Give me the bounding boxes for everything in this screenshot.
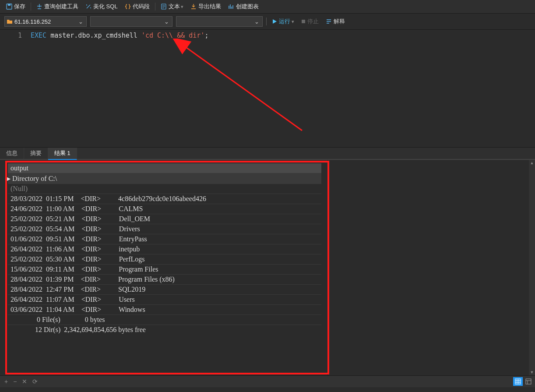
sql-identifier: master.dbo.xp_cmdshell	[46, 32, 141, 39]
result-row[interactable]: 25/02/2022 05:30 AM <DIR> PerfLogs	[8, 254, 321, 264]
result-row[interactable]: 12 Dir(s) 2,342,694,854,656 bytes free	[8, 325, 321, 335]
text-button[interactable]: 文本 ▾	[157, 0, 187, 13]
refresh-button[interactable]: ⟳	[32, 378, 38, 385]
separator	[155, 3, 155, 11]
result-row[interactable]: 26/04/2022 11:07 AM <DIR> Users	[8, 294, 321, 304]
grid-view-button[interactable]	[513, 377, 523, 386]
chart-label: 创建图表	[236, 3, 259, 11]
cancel-button[interactable]: ✕	[22, 378, 27, 385]
stop-label: 停止	[307, 18, 319, 25]
result-row[interactable]: 03/06/2022 11:04 AM <DIR> Windows	[8, 304, 321, 314]
explain-button[interactable]: 解释	[324, 18, 347, 25]
results-side-panel	[327, 160, 535, 375]
export-button[interactable]: 导出结果	[187, 0, 225, 13]
remove-row-button[interactable]: −	[13, 378, 17, 385]
beautify-label: 美化 SQL	[93, 3, 118, 11]
tab-result-1[interactable]: 结果 1	[48, 148, 77, 160]
cell-output: Directory of C:\	[11, 175, 57, 182]
tab-summary[interactable]: 摘要	[24, 148, 48, 159]
database-dropdown[interactable]: ⌄	[90, 16, 172, 27]
column-header-output[interactable]: output	[8, 163, 321, 173]
play-icon	[272, 19, 277, 24]
grid-icon	[515, 378, 521, 385]
result-row[interactable]: (Null)	[8, 184, 321, 194]
results-pane: output ▶ Directory of C:\(Null)28/03/202…	[0, 160, 535, 375]
cell-output: 15/06/2022 09:11 AM <DIR> Program Files	[11, 265, 158, 273]
cell-output: 25/02/2022 05:21 AM <DIR> Dell_OEM	[11, 215, 150, 222]
svg-rect-5	[515, 379, 521, 384]
cell-output: 25/02/2022 05:30 AM <DIR> PerfLogs	[11, 255, 145, 263]
cell-output: 03/06/2022 11:04 AM <DIR> Windows	[11, 306, 145, 313]
result-row[interactable]: 26/04/2022 11:06 AM <DIR> inetpub	[8, 244, 321, 254]
cell-output: 0 File(s) 0 bytes	[11, 316, 105, 323]
chevron-down-icon: ▾	[181, 4, 183, 10]
svg-rect-1	[8, 4, 11, 6]
run-button[interactable]: 运行 ▾	[270, 18, 296, 25]
result-row[interactable]: 25/02/2022 05:54 AM <DIR> Drivers	[8, 224, 321, 234]
query-builder-label: 查询创建工具	[44, 3, 78, 11]
cell-output: (Null)	[11, 185, 28, 192]
results-grid-container: output ▶ Directory of C:\(Null)28/03/202…	[0, 160, 327, 375]
connection-toolbar: 61.16.116.252 ⌄ ⌄ ⌄ 运行 ▾ 停止 解释	[0, 14, 535, 30]
status-bar: + − ✕ ⟳	[0, 375, 535, 387]
sql-string: 'cd C:\\ && dir'	[141, 32, 205, 39]
cell-output: 28/04/2022 12:47 PM <DIR> SQL2019	[11, 286, 145, 293]
result-tabs: 信息 摘要 结果 1	[0, 148, 535, 160]
wand-icon	[85, 4, 92, 10]
chart-icon	[228, 4, 234, 10]
tab-info[interactable]: 信息	[0, 148, 24, 159]
cell-output: 12 Dir(s) 2,342,694,854,656 bytes free	[11, 326, 146, 333]
svg-rect-6	[526, 379, 531, 384]
run-label: 运行	[279, 18, 290, 25]
cell-output: 26/04/2022 11:07 AM <DIR> Users	[11, 296, 135, 303]
document-icon	[161, 4, 167, 10]
snippets-button[interactable]: 代码段	[121, 0, 153, 13]
query-builder-button[interactable]: 查询创建工具	[33, 0, 82, 13]
result-row[interactable]: 28/04/2022 12:47 PM <DIR> SQL2019	[8, 284, 321, 294]
chart-button[interactable]: 创建图表	[225, 0, 262, 13]
result-row[interactable]: ▶ Directory of C:\	[8, 173, 321, 184]
connection-dropdown[interactable]: 61.16.116.252 ⌄	[4, 16, 87, 27]
main-toolbar: 保存 查询创建工具 美化 SQL 代码段 文本 ▾ 导出结果 创建图表	[0, 0, 535, 14]
add-row-button[interactable]: +	[4, 378, 8, 385]
separator	[31, 3, 31, 11]
result-row[interactable]: 0 File(s) 0 bytes	[8, 314, 321, 325]
results-grid[interactable]: output ▶ Directory of C:\(Null)28/03/202…	[8, 163, 321, 335]
chevron-down-icon: ▾	[292, 19, 294, 25]
result-row[interactable]: 28/03/2022 01:15 PM <DIR> 4c86deb279cdc0…	[8, 194, 321, 204]
explain-icon	[326, 18, 332, 25]
schema-dropdown[interactable]: ⌄	[176, 16, 263, 27]
cell-output: 28/04/2022 01:39 PM <DIR> Program Files …	[11, 275, 175, 283]
line-gutter: 1	[0, 30, 26, 147]
result-row[interactable]: 01/06/2022 09:51 AM <DIR> EntryPass	[8, 234, 321, 244]
sql-editor[interactable]: 1 EXEC master.dbo.xp_cmdshell 'cd C:\\ &…	[0, 30, 535, 148]
svg-rect-3	[302, 20, 305, 23]
export-label: 导出结果	[198, 3, 221, 11]
sql-punctuation: ;	[204, 32, 208, 39]
result-row[interactable]: 15/06/2022 09:11 AM <DIR> Program Files	[8, 264, 321, 274]
cell-output: 24/06/2022 11:00 AM <DIR> CALMS	[11, 205, 143, 212]
chevron-down-icon: ⌄	[253, 18, 260, 25]
separator	[266, 18, 267, 25]
stop-icon	[301, 19, 306, 24]
chevron-down-icon: ⌄	[162, 18, 170, 25]
beautify-button[interactable]: 美化 SQL	[82, 0, 121, 13]
result-row[interactable]: 25/02/2022 05:21 AM <DIR> Dell_OEM	[8, 214, 321, 224]
save-icon	[6, 4, 12, 10]
connection-label: 61.16.116.252	[14, 18, 77, 25]
snippets-label: 代码段	[133, 3, 150, 11]
vertical-scrollbar[interactable]	[529, 160, 535, 375]
sql-keyword: EXEC	[31, 32, 46, 39]
cell-output: 25/02/2022 05:54 AM <DIR> Drivers	[11, 225, 140, 233]
code-area[interactable]: EXEC master.dbo.xp_cmdshell 'cd C:\\ && …	[26, 30, 535, 147]
result-row[interactable]: 24/06/2022 11:00 AM <DIR> CALMS	[8, 204, 321, 214]
row-marker-icon: ▶	[5, 174, 9, 183]
cell-output: 01/06/2022 09:51 AM <DIR> EntryPass	[11, 235, 147, 243]
save-button[interactable]: 保存	[3, 0, 29, 13]
cell-output: 28/03/2022 01:15 PM <DIR> 4c86deb279cdc0…	[11, 195, 206, 202]
line-number: 1	[0, 32, 22, 39]
save-label: 保存	[14, 3, 25, 11]
cell-output: 26/04/2022 11:06 AM <DIR> inetpub	[11, 245, 140, 253]
form-view-button[interactable]	[524, 377, 533, 386]
result-row[interactable]: 28/04/2022 01:39 PM <DIR> Program Files …	[8, 274, 321, 284]
